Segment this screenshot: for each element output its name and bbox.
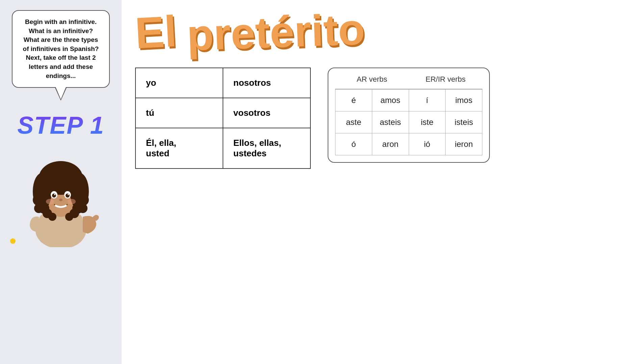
- svg-point-9: [34, 204, 44, 213]
- conj-ar-e: é: [335, 89, 372, 111]
- table-row: aste asteis iste isteis: [335, 111, 482, 133]
- header-ar-verbs: AR verbs: [335, 75, 409, 85]
- sidebar: Begin with an infinitive. What is an inf…: [0, 0, 122, 364]
- conj-ar-asteis: asteis: [372, 111, 409, 133]
- svg-point-25: [68, 199, 76, 204]
- svg-point-20: [66, 193, 70, 198]
- conj-ar-aron: aron: [372, 133, 409, 155]
- pronoun-yo: yo: [135, 68, 223, 98]
- pronoun-vosotros: vosotros: [223, 98, 310, 128]
- table-row: ó aron ió ieron: [335, 133, 482, 155]
- conj-erir-ieron: ieron: [446, 133, 482, 155]
- avatar: [17, 139, 105, 247]
- table-row: Él, ella,usted Ellos, ellas,ustedes: [135, 128, 310, 168]
- conjugation-box: AR verbs ER/IR verbs é amos í imos aste …: [328, 68, 490, 163]
- pronoun-nosotros: nosotros: [223, 68, 310, 98]
- main-content: El pretérito yo nosotros tú vosotros Él,…: [122, 0, 631, 364]
- conjugation-table: é amos í imos aste asteis iste isteis ó …: [335, 89, 482, 155]
- svg-point-19: [52, 193, 56, 198]
- conj-erir-i: í: [409, 89, 446, 111]
- speech-bubble: Begin with an infinitive. What is an inf…: [12, 10, 110, 88]
- svg-point-22: [68, 194, 69, 195]
- conj-ar-aste: aste: [335, 111, 372, 133]
- pronoun-el-ella-usted: Él, ella,usted: [135, 128, 223, 168]
- pronoun-tu: tú: [135, 98, 223, 128]
- step-label: STEP 1: [17, 111, 104, 139]
- conj-erir-io: ió: [409, 133, 446, 155]
- svg-point-23: [59, 199, 62, 201]
- svg-point-14: [48, 213, 56, 221]
- title-word-preterito: pretérito: [186, 7, 366, 57]
- speech-bubble-text: Begin with an infinitive. What is an inf…: [23, 18, 99, 79]
- table-row: é amos í imos: [335, 89, 482, 111]
- conj-ar-amos: amos: [372, 89, 409, 111]
- conj-erir-isteis: isteis: [446, 111, 482, 133]
- content-area: yo nosotros tú vosotros Él, ella,usted E…: [135, 68, 617, 169]
- svg-point-16: [65, 213, 73, 221]
- svg-rect-1: [39, 213, 83, 244]
- header-erir-verbs: ER/IR verbs: [409, 75, 482, 85]
- pronoun-ellos-ellas-ustedes: Ellos, ellas,ustedes: [223, 128, 310, 168]
- conjugation-headers: AR verbs ER/IR verbs: [335, 75, 482, 85]
- yellow-dot: [10, 238, 16, 244]
- conj-erir-imos: imos: [446, 89, 482, 111]
- conj-ar-o: ó: [335, 133, 372, 155]
- title-area: El pretérito: [135, 10, 617, 54]
- pronoun-table: yo nosotros tú vosotros Él, ella,usted E…: [135, 68, 311, 169]
- title-word-el: El: [134, 9, 178, 55]
- svg-point-24: [46, 199, 54, 204]
- table-row: yo nosotros: [135, 68, 310, 98]
- svg-point-12: [78, 204, 87, 213]
- conj-erir-iste: iste: [409, 111, 446, 133]
- svg-point-21: [54, 194, 55, 195]
- table-row: tú vosotros: [135, 98, 310, 128]
